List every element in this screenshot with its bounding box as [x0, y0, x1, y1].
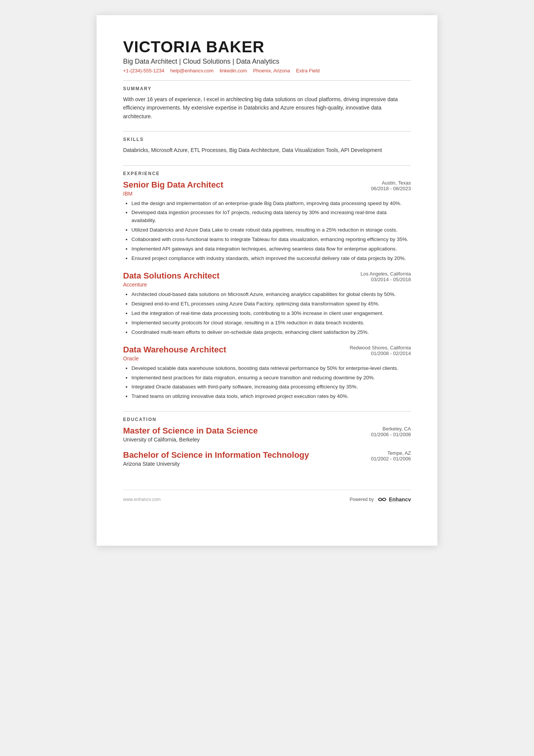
job-header-2: Data Solutions Architect Accenture Los A…: [123, 271, 411, 288]
bullet-1-2: Developed data ingestion processes for I…: [131, 209, 411, 225]
experience-divider: [123, 411, 411, 412]
bullet-2-4: Implemented security protocols for cloud…: [131, 319, 411, 327]
job-title-block-3: Data Warehouse Architect Oracle: [123, 345, 226, 362]
bullet-1-3: Utilized Databricks and Azure Data Lake …: [131, 226, 411, 234]
job-date-3: 01/2008 - 02/2014: [342, 351, 411, 356]
experience-section: EXPERIENCE Senior Big Data Architect IBM…: [123, 171, 411, 401]
job-date-2: 03/2014 - 05/2018: [353, 277, 411, 282]
edu-location-1: Berkeley, CA: [378, 426, 411, 432]
edu-entry-2: Bachelor of Science in Information Techn…: [123, 450, 411, 467]
job-title-3: Data Warehouse Architect: [123, 345, 226, 355]
job-bullets-3: Developed scalable data warehouse soluti…: [123, 365, 411, 401]
bullet-2-1: Architected cloud-based data solutions o…: [131, 291, 411, 299]
edu-degree-block-2: Bachelor of Science in Information Techn…: [123, 450, 309, 467]
enhancv-logo-icon: [377, 496, 387, 503]
skills-label: SKILLS: [123, 137, 411, 142]
job-location-3: Redwood Shores, California: [350, 345, 411, 351]
contact-extra: Extra Field: [296, 68, 320, 74]
edu-location-2: Tempe, AZ: [378, 450, 411, 456]
education-label: EDUCATION: [123, 417, 411, 422]
bullet-1-6: Ensured project compliance with industry…: [131, 255, 411, 263]
job-title-1: Senior Big Data Architect: [123, 180, 223, 190]
bullet-1-4: Collaborated with cross-functional teams…: [131, 236, 411, 244]
summary-label: SUMMARY: [123, 86, 411, 91]
job-entry-2: Data Solutions Architect Accenture Los A…: [123, 271, 411, 337]
brand-name: Enhancv: [389, 496, 411, 502]
job-bullets-1: Led the design and implementation of an …: [123, 200, 411, 263]
job-company-1: IBM: [123, 191, 223, 197]
bullet-3-3: Integrated Oracle databases with third-p…: [131, 383, 411, 391]
job-header-3: Data Warehouse Architect Oracle Redwood …: [123, 345, 411, 362]
footer-brand: Powered by Enhancv: [350, 496, 411, 503]
skills-divider: [123, 165, 411, 166]
job-bullets-2: Architected cloud-based data solutions o…: [123, 291, 411, 337]
contact-info: +1-(234)-555-1234 help@enhancv.com linke…: [123, 68, 411, 74]
job-title-2: Data Solutions Architect: [123, 271, 220, 281]
bullet-1-5: Implemented API gateways and data integr…: [131, 245, 411, 253]
bullet-3-2: Implemented best practices for data migr…: [131, 374, 411, 382]
resume-page: VICTORIA BAKER Big Data Architect | Clou…: [97, 15, 437, 546]
edu-meta-1: Berkeley, CA 01/2006 - 01/2008: [371, 426, 411, 437]
candidate-title: Big Data Architect | Cloud Solutions | D…: [123, 58, 411, 66]
powered-by-text: Powered by: [350, 497, 373, 502]
edu-date-1: 01/2006 - 01/2008: [371, 432, 411, 437]
edu-header-2: Bachelor of Science in Information Techn…: [123, 450, 411, 467]
job-company-3: Oracle: [123, 355, 226, 362]
edu-header-1: Master of Science in Data Science Univer…: [123, 426, 411, 443]
summary-divider: [123, 131, 411, 131]
edu-school-1: University of California, Berkeley: [123, 437, 258, 443]
edu-school-2: Arizona State University: [123, 461, 309, 467]
job-title-block-1: Senior Big Data Architect IBM: [123, 180, 223, 197]
header-divider: [123, 80, 411, 81]
experience-label: EXPERIENCE: [123, 171, 411, 176]
enhancv-logo: Enhancv: [377, 496, 411, 503]
bullet-2-5: Coordinated multi-team efforts to delive…: [131, 329, 411, 337]
bullet-3-4: Trained teams on utilizing innovative da…: [131, 393, 411, 401]
job-entry-3: Data Warehouse Architect Oracle Redwood …: [123, 345, 411, 401]
bullet-2-3: Led the integration of real-time data pr…: [131, 310, 411, 318]
candidate-name: VICTORIA BAKER: [123, 38, 411, 56]
edu-degree-1: Master of Science in Data Science: [123, 426, 258, 436]
edu-degree-block-1: Master of Science in Data Science Univer…: [123, 426, 258, 443]
edu-entry-1: Master of Science in Data Science Univer…: [123, 426, 411, 443]
bullet-2-2: Designed end-to-end ETL processes using …: [131, 300, 411, 308]
job-location-2: Los Angeles, California: [361, 271, 411, 277]
bullet-1-1: Led the design and implementation of an …: [131, 200, 411, 208]
skills-text: Databricks, Microsoft Azure, ETL Process…: [123, 146, 411, 154]
job-header-1: Senior Big Data Architect IBM Austin, Te…: [123, 180, 411, 197]
footer-website: www.enhancv.com: [123, 497, 161, 502]
job-location-1: Austin, Texas: [378, 180, 411, 186]
bullet-3-1: Developed scalable data warehouse soluti…: [131, 365, 411, 373]
job-meta-3: Redwood Shores, California 01/2008 - 02/…: [342, 345, 411, 356]
skills-section: SKILLS Databricks, Microsoft Azure, ETL …: [123, 137, 411, 154]
job-entry-1: Senior Big Data Architect IBM Austin, Te…: [123, 180, 411, 263]
job-company-2: Accenture: [123, 282, 220, 288]
edu-meta-2: Tempe, AZ 01/2002 - 01/2006: [371, 450, 411, 462]
edu-degree-2: Bachelor of Science in Information Techn…: [123, 450, 309, 460]
job-title-block-2: Data Solutions Architect Accenture: [123, 271, 220, 288]
job-date-1: 06/2018 - 08/2023: [371, 186, 411, 191]
contact-phone: +1-(234)-555-1234: [123, 68, 164, 74]
contact-linkedin: linkedin.com: [220, 68, 247, 74]
page-footer: www.enhancv.com Powered by Enhancv: [123, 490, 411, 503]
education-section: EDUCATION Master of Science in Data Scie…: [123, 417, 411, 467]
summary-section: SUMMARY With over 16 years of experience…: [123, 86, 411, 121]
job-meta-2: Los Angeles, California 03/2014 - 05/201…: [353, 271, 411, 282]
contact-email: help@enhancv.com: [170, 68, 214, 74]
contact-location: Phoenix, Arizona: [253, 68, 290, 74]
edu-date-2: 01/2002 - 01/2006: [371, 456, 411, 462]
summary-text: With over 16 years of experience, I exce…: [123, 95, 411, 121]
resume-header: VICTORIA BAKER Big Data Architect | Clou…: [123, 38, 411, 74]
job-meta-1: Austin, Texas 06/2018 - 08/2023: [371, 180, 411, 191]
